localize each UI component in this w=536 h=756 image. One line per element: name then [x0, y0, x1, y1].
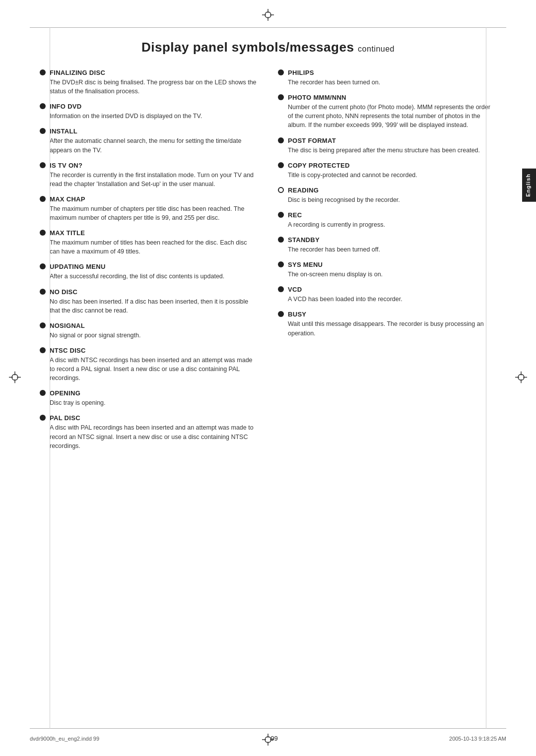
bullet-rec [278, 212, 284, 218]
margin-line-right [486, 27, 486, 729]
title-text-opening: OPENING [50, 389, 80, 397]
entry-nosignal: NOSIGNALNo signal or poor signal strengt… [40, 322, 258, 340]
entry-title-finalizing-disc: FINALIZING DISC [40, 69, 258, 76]
entry-body-rec: A recording is currently in progress. [278, 220, 496, 229]
title-text-post-format: POST FORMAT [288, 137, 336, 144]
entry-title-busy: BUSY [278, 311, 496, 318]
entry-body-vcd: A VCD has been loaded into the recorder. [278, 295, 496, 304]
title-text-busy: BUSY [288, 311, 306, 318]
entry-post-format: POST FORMATThe disc is being prepared af… [278, 137, 496, 155]
page-title: Display panel symbols/messages continued [30, 40, 506, 55]
entry-copy-protected: COPY PROTECTEDTitle is copy-protected an… [278, 162, 496, 180]
bullet-ntsc-disc [40, 347, 46, 353]
entry-updating-menu: UPDATING MENUAfter a successful recordin… [40, 263, 258, 281]
entry-title-is-tv-on: IS TV ON? [40, 162, 258, 169]
entry-body-pal-disc: A disc with PAL recordings has been inse… [40, 423, 258, 450]
bullet-reading [278, 187, 284, 193]
entry-title-vcd: VCD [278, 286, 496, 293]
entry-is-tv-on: IS TV ON?The recorder is currently in th… [40, 162, 258, 189]
bullet-no-disc [40, 289, 46, 295]
entry-photo-mmm-nnn: PHOTO MMM/NNNNumber of the current photo… [278, 94, 496, 129]
content-columns: FINALIZING DISCThe DVD±R disc is being f… [30, 69, 506, 457]
title-text-install: INSTALL [50, 127, 77, 135]
entry-body-no-disc: No disc has been inserted. If a disc has… [40, 297, 258, 315]
entry-title-photo-mmm-nnn: PHOTO MMM/NNN [278, 94, 496, 101]
entry-ntsc-disc: NTSC DISCA disc with NTSC recordings has… [40, 347, 258, 382]
title-text-max-title: MAX TITLE [50, 229, 85, 237]
border-line-top [30, 27, 506, 28]
title-text-pal-disc: PAL DISC [50, 414, 80, 422]
title-text-sys-menu: SYS MENU [288, 261, 323, 268]
entry-no-disc: NO DISCNo disc has been inserted. If a d… [40, 288, 258, 315]
entry-reading: READINGDisc is being recognised by the r… [278, 187, 496, 204]
entry-body-post-format: The disc is being prepared after the men… [278, 146, 496, 155]
entry-body-copy-protected: Title is copy-protected and cannot be re… [278, 171, 496, 180]
bullet-post-format [278, 137, 284, 143]
entry-pal-disc: PAL DISCA disc with PAL recordings has b… [40, 414, 258, 450]
bullet-info-dvd [40, 103, 46, 109]
entry-body-max-chap: The maximum number of chapters per title… [40, 204, 258, 222]
entry-title-no-disc: NO DISC [40, 288, 258, 296]
bullet-sys-menu [278, 261, 284, 267]
crosshair-left-icon [9, 372, 21, 385]
entry-title-install: INSTALL [40, 127, 258, 135]
entry-title-reading: READING [278, 187, 496, 194]
title-text-philips: PHILIPS [288, 69, 314, 76]
bullet-max-title [40, 230, 46, 236]
entry-body-finalizing-disc: The DVD±R disc is being finalised. The p… [40, 78, 258, 96]
footer-timestamp: 2005-10-13 9:18:25 AM [449, 736, 506, 742]
title-text-is-tv-on: IS TV ON? [50, 162, 82, 169]
title-text-updating-menu: UPDATING MENU [50, 263, 106, 270]
entry-body-sys-menu: The on-screen menu display is on. [278, 270, 496, 279]
entry-body-standby: The recorder has been turned off. [278, 245, 496, 254]
footer-filename: dvdr9000h_eu_eng2.indd 99 [30, 736, 99, 742]
entry-title-ntsc-disc: NTSC DISC [40, 347, 258, 354]
title-text-no-disc: NO DISC [50, 288, 77, 296]
entry-max-chap: MAX CHAPThe maximum number of chapters p… [40, 195, 258, 222]
entry-body-info-dvd: Information on the inserted DVD is displ… [40, 112, 258, 121]
entry-title-copy-protected: COPY PROTECTED [278, 162, 496, 169]
page: English Display panel symbols/messages c… [0, 0, 536, 756]
title-text-vcd: VCD [288, 286, 302, 293]
entry-finalizing-disc: FINALIZING DISCThe DVD±R disc is being f… [40, 69, 258, 96]
bullet-busy [278, 311, 284, 317]
page-number: 99 [270, 735, 277, 742]
margin-line-left [50, 27, 50, 729]
title-text-max-chap: MAX CHAP [50, 195, 85, 203]
entry-body-photo-mmm-nnn: Number of the current photo (for Photo m… [278, 103, 496, 129]
entry-body-nosignal: No signal or poor signal strength. [40, 331, 258, 340]
bullet-vcd [278, 286, 284, 292]
entry-title-updating-menu: UPDATING MENU [40, 263, 258, 270]
title-text-finalizing-disc: FINALIZING DISC [50, 69, 105, 76]
title-text-nosignal: NOSIGNAL [50, 322, 85, 329]
entry-title-nosignal: NOSIGNAL [40, 322, 258, 329]
title-text-info-dvd: INFO DVD [50, 103, 82, 110]
crosshair-top-icon [262, 9, 274, 22]
entry-body-max-title: The maximum number of titles has been re… [40, 238, 258, 256]
entry-title-rec: REC [278, 211, 496, 219]
entry-vcd: VCDA VCD has been loaded into the record… [278, 286, 496, 304]
entry-title-opening: OPENING [40, 389, 258, 397]
entry-rec: RECA recording is currently in progress. [278, 211, 496, 229]
entry-body-updating-menu: After a successful recording, the list o… [40, 272, 258, 281]
title-text-photo-mmm-nnn: PHOTO MMM/NNN [288, 94, 346, 101]
entry-philips: PHILIPSThe recorder has been turned on. [278, 69, 496, 87]
entry-busy: BUSYWait until this message disappears. … [278, 311, 496, 337]
crosshair-right-icon [515, 372, 527, 385]
entry-body-reading: Disc is being recognised by the recorder… [278, 195, 496, 204]
bullet-standby [278, 237, 284, 243]
entry-sys-menu: SYS MENUThe on-screen menu display is on… [278, 261, 496, 279]
bullet-philips [278, 69, 284, 75]
entry-title-sys-menu: SYS MENU [278, 261, 496, 268]
entry-info-dvd: INFO DVDInformation on the inserted DVD … [40, 103, 258, 121]
entry-body-opening: Disc tray is opening. [40, 398, 258, 407]
border-line-bottom [30, 728, 506, 729]
title-text-rec: REC [288, 211, 302, 219]
entry-install: INSTALLAfter the automatic channel searc… [40, 127, 258, 154]
left-column: FINALIZING DISCThe DVD±R disc is being f… [40, 69, 258, 457]
entry-title-pal-disc: PAL DISC [40, 414, 258, 422]
entry-max-title: MAX TITLEThe maximum number of titles ha… [40, 229, 258, 256]
right-column: PHILIPSThe recorder has been turned on.P… [278, 69, 496, 457]
bullet-finalizing-disc [40, 69, 46, 75]
entry-opening: OPENINGDisc tray is opening. [40, 389, 258, 407]
